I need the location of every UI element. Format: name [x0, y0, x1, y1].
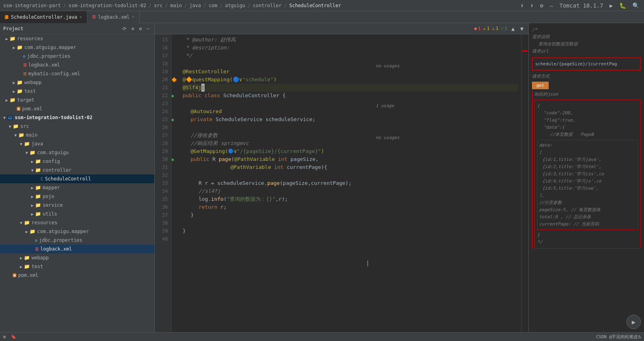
xml-red-icon: ☰: [23, 63, 27, 67]
tree-item-config[interactable]: ▶ 📁 config: [0, 157, 154, 166]
structure-icon[interactable]: ⊞: [3, 334, 6, 339]
expand-arrow: ▼: [24, 151, 30, 155]
info-icon: ⚠: [492, 26, 495, 31]
gutter-icon-22[interactable]: ●: [171, 94, 174, 98]
sync-icon[interactable]: ⟳: [121, 25, 128, 32]
gutter-icon-25[interactable]: ●: [171, 118, 174, 122]
warning-badge: ⚠ 1: [483, 26, 489, 31]
tab-bar: J ScheduleController.java × ☰ logback.xm…: [0, 11, 644, 23]
tree-item-mapper[interactable]: ▶ 📁 mapper: [0, 183, 154, 192]
tree-item-pom-main[interactable]: m pom.xml: [0, 271, 154, 280]
tree-label: logback.xml: [28, 62, 60, 68]
check-icon: ✓: [501, 26, 504, 31]
tree-item-resources-main[interactable]: ▼ 📁 resources: [0, 218, 154, 227]
code-editor[interactable]: ● 1 ⚠ 1 ⚠ 1 ✓ 1 ▲ ▼ 15 16 17: [155, 23, 528, 341]
tree-item-target[interactable]: ▶ 📁 target: [0, 96, 154, 104]
expand-arrow: ▶: [11, 89, 17, 94]
tree-item-com-mapper-top[interactable]: ▶ 📁 com.atguigu.mapper: [0, 43, 154, 52]
doc-method-box: get: [532, 82, 641, 89]
tree-item-pojo[interactable]: ▶ 📁 pojo: [0, 192, 154, 201]
breadcrumb-item-6[interactable]: com: [209, 3, 217, 8]
tree-item-logback-top[interactable]: ☰ logback.xml: [0, 61, 154, 69]
nav-up-icon[interactable]: ▲: [510, 25, 516, 33]
doc-json-content: { "code":200, "flag":true, "data":{ //本页…: [534, 100, 641, 249]
tree-item-jdbc-top[interactable]: ⚙ jdbc.properties: [0, 52, 154, 61]
json-data-4: {id:2,title:'学习html',: [539, 163, 636, 170]
tree-item-test-top[interactable]: ▶ 📁 test: [0, 87, 154, 96]
collapse-all-icon[interactable]: ≡: [130, 25, 136, 32]
tab-logback[interactable]: ☰ logback.xml ×: [87, 11, 140, 23]
bookmarks-icon[interactable]: 🔖: [11, 334, 16, 339]
json-data-6: {id:4,title:'学习js',co: [539, 178, 636, 185]
tree-label: java: [32, 141, 43, 147]
breadcrumb-item-7[interactable]: atguigu: [225, 3, 245, 8]
tree-item-test-main[interactable]: ▶ 📁 test: [0, 262, 154, 271]
tree-item-webapp-top[interactable]: ▶ 📁 webapp: [0, 78, 154, 87]
tree-item-main[interactable]: ▼ 📁 main: [0, 131, 154, 139]
tab-close-logback[interactable]: ×: [132, 15, 134, 19]
json-line-2: "code":200,: [537, 110, 638, 117]
tree-item-com-atguigu[interactable]: ▼ 📁 com.atguigu: [0, 148, 154, 157]
status-bar: ⊞ 🔖 CSDN @芋泥肉松脆皮&: [0, 332, 644, 341]
breadcrumb-item-3[interactable]: src: [154, 3, 163, 8]
run-icon[interactable]: ▶: [608, 2, 614, 10]
debug-icon[interactable]: 🐛: [618, 2, 628, 10]
breadcrumb-item-4[interactable]: main: [170, 3, 182, 8]
tree-label: pom.xml: [18, 272, 38, 278]
status-bar-right: CSDN @芋泥肉松脆皮&: [596, 334, 641, 340]
folder-icon: 📁: [17, 88, 23, 94]
tree-item-logback-main[interactable]: ☰ logback.xml: [0, 245, 154, 253]
folder-icon: 📁: [24, 264, 30, 269]
json-line-5: //本页数据 PageB: [537, 131, 638, 138]
gutter-icon-20[interactable]: 🔶: [171, 77, 177, 82]
expand-arrow: ▶: [18, 256, 24, 260]
tree-item-schedule-controller[interactable]: C ScheduleControll: [0, 174, 154, 183]
navigate-down-icon[interactable]: ⬇: [529, 2, 535, 10]
folder-icon: 📁: [17, 80, 23, 85]
nav-down-icon[interactable]: ▼: [519, 25, 525, 33]
code-line-22: public class ScheduleController {: [183, 92, 518, 100]
tree-item-resources-top[interactable]: ▶ 📁 resources: [0, 34, 154, 43]
breadcrumb-item-1[interactable]: ssm-integration-part: [3, 3, 61, 8]
settings-icon[interactable]: ⚙: [138, 25, 144, 32]
tree-item-pom-top[interactable]: m pom.xml: [0, 104, 154, 113]
tree-label: resources: [32, 220, 57, 225]
breadcrumb-bar: ssm-integration-part / ssm-integration-t…: [0, 0, 644, 11]
code-line-38: [183, 219, 518, 227]
tree-item-utils[interactable]: ▶ 📁 utils: [0, 210, 154, 218]
gear-icon[interactable]: ⚙: [538, 2, 545, 10]
json-data-7: {id:5,title:'学习vue',: [539, 185, 636, 192]
tab-schedule-controller[interactable]: J ScheduleController.java ×: [0, 11, 87, 23]
play-button[interactable]: ▶: [626, 315, 641, 329]
tree-item-src[interactable]: ▼ 📁 src: [0, 122, 154, 131]
tree-item-controller[interactable]: ▼ 📁 controller: [0, 166, 154, 174]
tree-item-jdbc-main[interactable]: ⚙ jdbc.properties: [0, 236, 154, 245]
breadcrumb-item-2[interactable]: ssm-integration-todolist-02: [69, 3, 146, 8]
navigate-icon[interactable]: ⬆: [519, 2, 525, 10]
code-line-28: //响应结果 springmvc: [183, 139, 518, 147]
tree-item-service[interactable]: ▶ 📁 service: [0, 201, 154, 210]
code-line-19-wrapper: no usages @RestController: [183, 68, 518, 76]
gutter-icon-30[interactable]: ●: [171, 157, 174, 162]
hide-sidebar-icon[interactable]: —: [145, 25, 151, 32]
breadcrumb-item-8[interactable]: controller: [253, 3, 282, 8]
code-line-20: @🔶questMapping(🔵∨"schedule"): [183, 76, 518, 84]
cursor-bottom: |: [366, 259, 369, 267]
line-numbers: 15 16 17 18 19 20 21 22 23 24 25 26 27 2…: [155, 34, 171, 341]
code-line-25: private ScheduleService scheduleService;: [183, 116, 518, 123]
json-close-2: */: [537, 239, 638, 246]
search-icon[interactable]: 🔍: [631, 2, 641, 10]
expand-arrow: ▶: [18, 265, 24, 269]
tree-item-java[interactable]: ▼ 📁 java: [0, 139, 154, 148]
get-method-button[interactable]: get: [532, 82, 549, 89]
tree-item-module[interactable]: ▼ 🗂 ssm-integration-todolist-02: [0, 113, 154, 122]
close-panel-icon[interactable]: —: [548, 2, 555, 10]
expand-arrow: ▼: [13, 133, 18, 137]
tree-item-mybatis-top[interactable]: ☰ mybatis-config.xml: [0, 69, 154, 78]
tree-item-webapp-main[interactable]: ▶ 📁 webapp: [0, 253, 154, 262]
tree-item-com-mapper-main[interactable]: ▶ 📁 com.atguigu.mapper: [0, 227, 154, 236]
breadcrumb-item-9[interactable]: ScheduleController: [289, 3, 341, 8]
code-text-area[interactable]: * @author: 赵伟风 * description: */ no usag…: [179, 34, 521, 341]
tab-close-schedule[interactable]: ×: [80, 15, 82, 19]
breadcrumb-item-5[interactable]: java: [189, 3, 201, 8]
